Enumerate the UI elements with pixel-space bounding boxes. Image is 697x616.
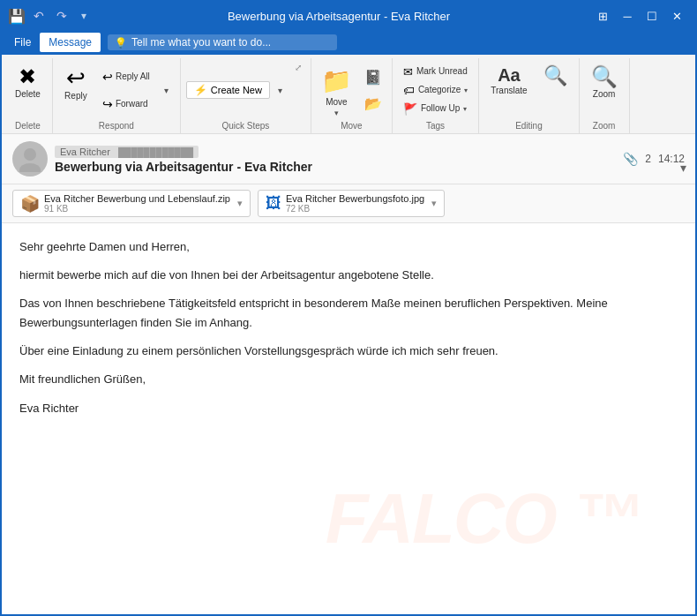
- quick-steps-expand[interactable]: ⤢: [291, 62, 305, 118]
- menu-message[interactable]: Message: [40, 33, 101, 52]
- body-paragraph-2: Das von Ihnen beschriebene Tätigkeitsfel…: [19, 294, 678, 333]
- attachment-zip-info: Eva Ritcher Bewerbung und Lebenslauf.zip…: [44, 193, 230, 214]
- move-label: Move: [326, 97, 347, 107]
- attachment-jpg-dropdown[interactable]: ▾: [431, 198, 437, 209]
- move-dropdown-icon: ▾: [334, 109, 339, 117]
- attachment-zip-name: Eva Ritcher Bewerbung und Lebenslauf.zip: [44, 193, 230, 204]
- forward-label: Forward: [116, 99, 148, 109]
- reply-all-button[interactable]: ↩ Reply All: [97, 64, 155, 89]
- zoom-label: Zoom: [593, 89, 616, 100]
- delete-label: Delete: [15, 89, 41, 100]
- delete-button[interactable]: ✖ Delete: [9, 62, 47, 118]
- move-group-label: Move: [317, 118, 386, 134]
- jpg-file-icon: 🖼: [266, 194, 281, 213]
- mark-unread-button[interactable]: ✉ Mark Unread: [398, 63, 473, 80]
- ribbon-group-zoom: 🔍 Zoom Zoom: [580, 58, 630, 133]
- create-new-label: Create New: [211, 85, 262, 95]
- attachment-count: 2: [645, 153, 651, 165]
- respond-more-button[interactable]: ▾: [159, 62, 175, 118]
- delete-icon: ✖: [19, 66, 36, 87]
- onenote-button[interactable]: 📓: [360, 64, 386, 89]
- zoom-group-label: Zoom: [585, 118, 624, 134]
- translate-button[interactable]: Aa Translate: [484, 62, 533, 118]
- categorize-icon: 🏷: [403, 84, 415, 97]
- ribbon: ✖ Delete Delete ↩ Reply ↩ Reply All: [2, 55, 695, 134]
- close-button[interactable]: ✕: [665, 6, 688, 26]
- svg-point-0: [24, 148, 36, 161]
- window-title: Bewerbung via Arbeitsagentur - Eva Ritch…: [228, 10, 450, 23]
- email-meta: 📎 2 14:12: [623, 152, 685, 166]
- zoom-icon: 🔍: [591, 66, 618, 87]
- attachments-bar: 📦 Eva Ritcher Bewerbung und Lebenslauf.z…: [2, 184, 695, 223]
- attachment-zip[interactable]: 📦 Eva Ritcher Bewerbung und Lebenslauf.z…: [12, 190, 251, 217]
- lightbulb-icon: 💡: [115, 37, 127, 49]
- reply-button[interactable]: ↩ Reply: [58, 62, 94, 118]
- quick-steps-dropdown[interactable]: ▾: [274, 62, 288, 118]
- ribbon-group-quicksteps: ⚡ Create New ▾ ⤢ Quick Steps: [181, 58, 311, 133]
- watermark: FALCO ™: [326, 459, 642, 579]
- email-subject: Bewerbung via Arbeitsagentur - Eva Ritch…: [55, 160, 616, 174]
- layout-icon[interactable]: ⊞: [591, 6, 614, 26]
- categorize-button[interactable]: 🏷 Categorize ▾: [398, 81, 473, 99]
- translate-icon: Aa: [498, 66, 521, 84]
- undo-button[interactable]: ↶: [30, 7, 48, 25]
- ribbon-group-respond: ↩ Reply ↩ Reply All ↪ Forward ▾: [53, 58, 181, 133]
- email-header: Eva Ritcher ████████████ Bewerbung via A…: [2, 134, 695, 184]
- tell-me-label: Tell me what you want to do...: [131, 36, 271, 49]
- body-paragraph-0: Sehr geehrte Damen und Herren,: [19, 237, 678, 257]
- from-name-badge: Eva Ritcher ████████████: [55, 146, 199, 158]
- sender-avatar: [12, 141, 48, 177]
- move-button[interactable]: 📁 Move ▾: [317, 62, 356, 118]
- onenote-icon: 📓: [364, 69, 382, 86]
- from-email-blurred: ████████████: [118, 147, 193, 157]
- attachment-jpg-info: Eva Ritcher Bewerbungsfoto.jpg 72 KB: [286, 193, 424, 214]
- body-paragraph-5: Eva Richter: [19, 399, 678, 418]
- body-paragraph-3: Über eine Einladung zu einem persönliche…: [19, 342, 678, 361]
- tell-me-search[interactable]: 💡 Tell me what you want to do...: [108, 34, 337, 50]
- tags-group-label: Tags: [398, 118, 473, 134]
- redo-button[interactable]: ↷: [53, 7, 71, 25]
- paperclip-icon: 📎: [623, 152, 638, 166]
- reply-icon: ↩: [66, 66, 86, 89]
- ribbon-group-delete: ✖ Delete Delete: [4, 58, 53, 133]
- create-new-button[interactable]: ⚡ Create New: [186, 81, 270, 99]
- attachment-zip-dropdown[interactable]: ▾: [237, 198, 243, 209]
- categorize-label: Categorize: [418, 85, 461, 95]
- move-more-button[interactable]: 📂: [360, 91, 386, 116]
- respond-more-icon: ▾: [164, 86, 169, 95]
- move-alt-icon: 📂: [364, 95, 382, 112]
- maximize-button[interactable]: ☐: [641, 6, 663, 26]
- reply-label: Reply: [64, 91, 87, 101]
- title-bar: 💾 ↶ ↷ ▾ Bewerbung via Arbeitsagentur - E…: [2, 2, 695, 30]
- mark-unread-icon: ✉: [403, 65, 413, 79]
- editing-group-label: Editing: [484, 118, 573, 134]
- from-info: Eva Ritcher ████████████ Bewerbung via A…: [55, 145, 616, 174]
- body-paragraph-1: hiermit bewerbe mich auf die von Ihnen b…: [19, 266, 678, 285]
- reply-all-label: Reply All: [116, 71, 150, 82]
- search-icon: 🔍: [543, 66, 567, 86]
- email-body: Sehr geehrte Damen und Herren, hiermit b…: [2, 223, 695, 614]
- svg-point-1: [19, 163, 41, 172]
- title-bar-left: 💾 ↶ ↷ ▾: [9, 7, 86, 25]
- ribbon-group-editing: Aa Translate 🔍 Editing: [479, 58, 579, 133]
- attachment-jpg-name: Eva Ritcher Bewerbungsfoto.jpg: [286, 193, 424, 204]
- attachment-jpg[interactable]: 🖼 Eva Ritcher Bewerbungsfoto.jpg 72 KB ▾: [258, 190, 445, 217]
- delete-group-label: Delete: [9, 118, 47, 134]
- minimize-button[interactable]: ─: [616, 6, 639, 26]
- ribbon-group-tags: ✉ Mark Unread 🏷 Categorize ▾ 🚩 Follow Up…: [393, 58, 479, 133]
- quicksteps-group-label: Quick Steps: [186, 118, 305, 134]
- window-controls: ⊞ ─ ☐ ✕: [591, 6, 688, 26]
- body-paragraph-4: Mit freundlichen Grüßen,: [19, 370, 678, 389]
- reply-all-icon: ↩: [102, 71, 113, 83]
- app-icon: 💾: [9, 8, 25, 24]
- follow-up-button[interactable]: 🚩 Follow Up ▾: [398, 100, 473, 117]
- menu-file[interactable]: File: [5, 33, 40, 52]
- forward-button[interactable]: ↪ Forward: [97, 92, 155, 116]
- categorize-dropdown-icon: ▾: [464, 86, 468, 94]
- lightning-icon: ⚡: [194, 84, 207, 96]
- zoom-button[interactable]: 🔍 Zoom: [585, 62, 624, 118]
- expand-arrow-button[interactable]: ▾: [680, 161, 686, 175]
- attachment-jpg-size: 72 KB: [286, 204, 424, 214]
- translate-label: Translate: [491, 86, 527, 96]
- search-button[interactable]: 🔍: [537, 62, 573, 118]
